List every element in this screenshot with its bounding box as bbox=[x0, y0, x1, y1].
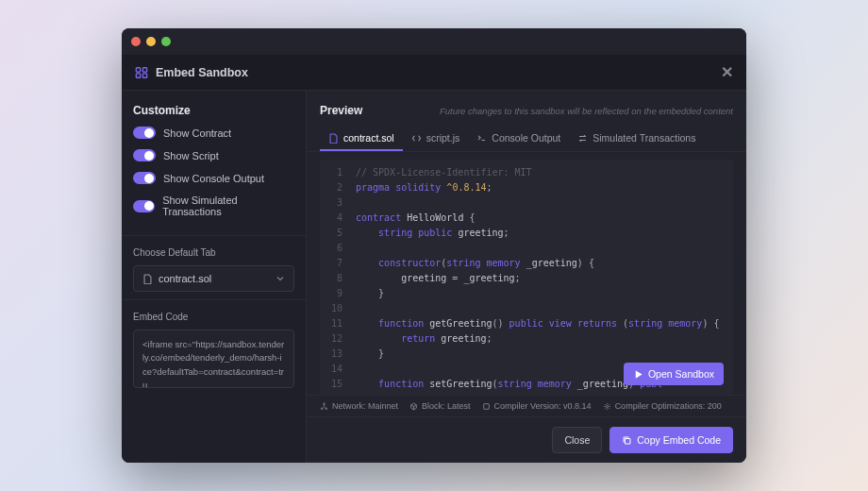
compiler-icon bbox=[482, 402, 491, 411]
sidebar: Customize Show Contract Show Script Show… bbox=[122, 91, 307, 463]
tab-label: contract.sol bbox=[343, 132, 394, 144]
tab-label: script.js bbox=[426, 132, 460, 144]
tab-console[interactable]: Console Output bbox=[468, 127, 569, 151]
modal-header: Embed Sandbox ✕ bbox=[122, 55, 746, 91]
network-icon bbox=[320, 402, 328, 411]
copy-icon bbox=[622, 435, 632, 446]
modal-footer: Close Copy Embed Code bbox=[307, 416, 746, 463]
preview-note: Future changes to this sandbox will be r… bbox=[440, 106, 733, 116]
close-button[interactable]: Close bbox=[552, 427, 602, 453]
toggle-row-console: Show Console Output bbox=[133, 172, 294, 184]
file-icon bbox=[328, 133, 339, 144]
svg-rect-0 bbox=[136, 67, 140, 71]
status-network: Network: Mainnet bbox=[320, 401, 398, 411]
default-tab-value: contract.sol bbox=[159, 273, 211, 284]
default-tab-label: Choose Default Tab bbox=[133, 247, 294, 258]
toggle-row-script: Show Script bbox=[133, 149, 294, 161]
terminal-icon bbox=[476, 133, 487, 144]
copy-embed-button[interactable]: Copy Embed Code bbox=[609, 427, 733, 453]
preview-panel: Preview Future changes to this sandbox w… bbox=[307, 91, 746, 463]
traffic-light-max[interactable] bbox=[161, 37, 171, 46]
toggle-show-simulated[interactable] bbox=[133, 200, 155, 212]
file-icon bbox=[142, 274, 153, 284]
tab-simulated[interactable]: Simulated Transactions bbox=[569, 127, 704, 151]
status-optim: Compiler Optimizations: 200 bbox=[603, 401, 722, 411]
code-icon bbox=[411, 133, 422, 144]
traffic-light-close[interactable] bbox=[131, 37, 141, 46]
play-icon bbox=[633, 369, 643, 380]
toggle-label: Show Contract bbox=[163, 127, 231, 139]
preview-title: Preview bbox=[320, 104, 362, 117]
line-gutter: 1 2 3 4 5 6 7 8 9 10 11 12 13 14 15 bbox=[320, 160, 348, 395]
code-body: // SPDX-License-Identifier: MIT pragma s… bbox=[348, 160, 733, 395]
svg-rect-7 bbox=[483, 403, 489, 409]
status-block: Block: Latest bbox=[409, 401, 471, 411]
divider bbox=[122, 299, 306, 300]
close-icon[interactable]: ✕ bbox=[721, 63, 733, 81]
status-bar: Network: Mainnet Block: Latest Compiler … bbox=[307, 395, 746, 416]
open-sandbox-label: Open Sandbox bbox=[648, 368, 714, 380]
customize-heading: Customize bbox=[133, 104, 294, 117]
chevron-down-icon bbox=[275, 274, 285, 283]
toggle-row-simulated: Show Simulated Transactions bbox=[133, 195, 294, 217]
gear-icon bbox=[603, 402, 611, 411]
embed-code-box[interactable]: <iframe src="https://sandbox.tenderly.co… bbox=[133, 330, 294, 388]
modal-window: Embed Sandbox ✕ Customize Show Contract … bbox=[122, 28, 746, 463]
status-compiler: Compiler Version: v0.8.14 bbox=[482, 401, 592, 411]
divider bbox=[122, 235, 306, 236]
tab-script[interactable]: script.js bbox=[403, 127, 469, 151]
open-sandbox-button[interactable]: Open Sandbox bbox=[624, 363, 724, 385]
svg-rect-1 bbox=[142, 67, 146, 71]
swap-icon bbox=[577, 133, 588, 144]
traffic-light-min[interactable] bbox=[146, 37, 156, 46]
preview-header: Preview Future changes to this sandbox w… bbox=[307, 91, 746, 127]
toggle-label: Show Simulated Transactions bbox=[162, 195, 294, 217]
code-editor[interactable]: 1 2 3 4 5 6 7 8 9 10 11 12 13 14 15 // S… bbox=[320, 160, 733, 395]
embed-code-label: Embed Code bbox=[133, 312, 294, 322]
svg-rect-9 bbox=[626, 438, 631, 444]
svg-rect-3 bbox=[142, 73, 146, 76]
toggle-show-script[interactable] bbox=[133, 149, 156, 161]
cube-icon bbox=[409, 402, 418, 411]
default-tab-select[interactable]: contract.sol bbox=[133, 265, 294, 292]
titlebar bbox=[122, 28, 746, 55]
svg-point-4 bbox=[324, 402, 326, 404]
tab-label: Console Output bbox=[492, 132, 560, 144]
svg-point-8 bbox=[606, 405, 608, 407]
modal-title: Embed Sandbox bbox=[156, 66, 248, 79]
embed-icon bbox=[135, 66, 148, 79]
tab-contract[interactable]: contract.sol bbox=[320, 127, 403, 151]
svg-rect-2 bbox=[136, 73, 140, 76]
toggle-row-contract: Show Contract bbox=[133, 127, 294, 139]
toggle-label: Show Script bbox=[163, 150, 219, 161]
toggle-label: Show Console Output bbox=[163, 173, 264, 184]
toggle-show-console[interactable] bbox=[133, 172, 156, 184]
modal-body: Customize Show Contract Show Script Show… bbox=[122, 91, 746, 463]
tab-label: Simulated Transactions bbox=[593, 132, 695, 144]
preview-tabs: contract.sol script.js Console Output Si… bbox=[307, 127, 746, 152]
toggle-show-contract[interactable] bbox=[133, 127, 156, 139]
